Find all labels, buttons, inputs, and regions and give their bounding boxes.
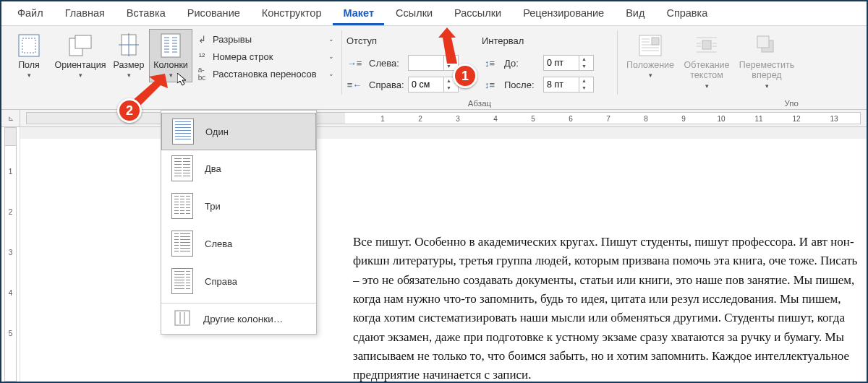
svg-marker-40 bbox=[438, 27, 457, 64]
chevron-down-icon: ▾ bbox=[649, 72, 652, 79]
svg-rect-28 bbox=[702, 40, 711, 49]
indent-left-label: Слева: bbox=[369, 58, 404, 69]
chevron-down-icon: ⌄ bbox=[328, 70, 334, 77]
hyphenation-icon: a-bc bbox=[195, 66, 208, 82]
spacing-header: Интервал bbox=[482, 35, 613, 48]
line-numbers-button[interactable]: ¹² Номера строк ⌄ bbox=[192, 48, 337, 65]
tab-file[interactable]: Файл bbox=[7, 2, 54, 25]
columns-option-one[interactable]: Один bbox=[161, 113, 316, 150]
svg-rect-37 bbox=[175, 311, 190, 325]
tab-view[interactable]: Вид bbox=[616, 2, 655, 25]
cursor-icon bbox=[177, 73, 189, 87]
columns-icon bbox=[161, 33, 181, 59]
spacing-before-icon: ↕≡ bbox=[482, 58, 498, 69]
svg-rect-36 bbox=[757, 36, 769, 48]
columns-one-icon bbox=[172, 119, 194, 145]
ruler-corner: ⊾ bbox=[1, 110, 20, 126]
chevron-down-icon: ⌄ bbox=[328, 35, 334, 43]
chevron-down-icon: ⌄ bbox=[328, 53, 334, 60]
bring-forward-icon bbox=[756, 33, 778, 59]
chevron-down-icon: ▾ bbox=[79, 72, 82, 79]
line-numbers-icon: ¹² bbox=[195, 51, 208, 62]
spacing-after-icon: ↕≡ bbox=[482, 79, 498, 90]
tab-layout[interactable]: Макет bbox=[333, 2, 384, 25]
group-label-paragraph: Абзац bbox=[342, 99, 617, 108]
columns-option-two[interactable]: Два bbox=[161, 150, 316, 187]
dropdown-separator bbox=[161, 303, 316, 304]
svg-rect-22 bbox=[652, 38, 659, 45]
tab-mailings[interactable]: Рассылки bbox=[444, 2, 511, 25]
svg-rect-3 bbox=[75, 35, 91, 48]
indent-right-input[interactable]: ▲▼ bbox=[408, 77, 459, 92]
spacing-after-input[interactable]: ▲▼ bbox=[543, 77, 594, 92]
columns-option-left[interactable]: Слева bbox=[161, 225, 316, 262]
indent-right-icon: ≡← bbox=[346, 79, 362, 90]
breaks-button[interactable]: ↲ Разрывы ⌄ bbox=[192, 30, 337, 48]
columns-left-icon bbox=[171, 231, 193, 257]
tab-review[interactable]: Рецензирование bbox=[513, 2, 614, 25]
position-button: Положение ▾ bbox=[622, 29, 678, 92]
spacing-before-input[interactable]: ▲▼ bbox=[543, 55, 594, 71]
chevron-down-icon: ▾ bbox=[27, 72, 31, 79]
margins-icon bbox=[18, 33, 40, 59]
group-label-truncated: Упо bbox=[785, 99, 799, 108]
callout-badge-2: 2 bbox=[117, 98, 142, 123]
spacing-after-label: После: bbox=[504, 79, 539, 90]
group-arrange: Положение ▾ Обтекание текстом ▾ Перемест… bbox=[618, 26, 803, 109]
document-text: Все пишут. Особенно в академических круг… bbox=[353, 233, 867, 382]
columns-right-icon bbox=[171, 268, 193, 294]
tab-home[interactable]: Главная bbox=[55, 2, 115, 25]
page: Все пишут. Особенно в академических круг… bbox=[20, 139, 867, 382]
group-paragraph: Отступ Интервал →≡ Слева: ▲▼ ↕≡ До: ▲▼ ≡… bbox=[342, 26, 617, 109]
tab-insert[interactable]: Вставка bbox=[116, 2, 176, 25]
columns-three-icon bbox=[171, 193, 193, 219]
spacing-before-label: До: bbox=[504, 58, 539, 69]
wrap-icon bbox=[695, 33, 718, 59]
hyphenation-button[interactable]: a-bc Расстановка переносов ⌄ bbox=[192, 65, 337, 82]
breaks-icon: ↲ bbox=[195, 34, 208, 45]
ribbon-tabs: Файл Главная Вставка Рисование Конструкт… bbox=[1, 1, 867, 26]
orientation-button[interactable]: Ориентация ▾ bbox=[52, 29, 109, 82]
tab-design[interactable]: Конструктор bbox=[252, 2, 332, 25]
position-icon bbox=[639, 33, 662, 59]
tab-help[interactable]: Справка bbox=[656, 2, 718, 25]
columns-more-button[interactable]: Другие колонки… bbox=[161, 306, 316, 331]
chevron-down-icon: ▾ bbox=[705, 82, 709, 90]
chevron-down-icon: ▾ bbox=[765, 82, 769, 90]
svg-marker-20 bbox=[177, 73, 186, 85]
orientation-icon bbox=[68, 33, 93, 59]
tab-draw[interactable]: Рисование bbox=[177, 2, 250, 25]
columns-more-icon bbox=[171, 310, 193, 328]
bring-forward-button: Переместить вперед ▾ bbox=[735, 29, 799, 92]
size-icon bbox=[119, 33, 139, 59]
indent-left-icon: →≡ bbox=[346, 58, 362, 69]
vertical-ruler[interactable]: 12345 bbox=[1, 127, 20, 382]
columns-option-three[interactable]: Три bbox=[161, 187, 316, 225]
wrap-text-button: Обтекание текстом ▾ bbox=[678, 29, 735, 92]
document-wrap: 12345 Все пишут. Особенно в академически… bbox=[1, 127, 867, 382]
columns-two-icon bbox=[171, 155, 193, 181]
callout-badge-1: 1 bbox=[453, 64, 477, 88]
indent-right-label: Справа: bbox=[369, 79, 404, 90]
margins-button[interactable]: Поля ▾ bbox=[6, 29, 52, 82]
tab-references[interactable]: Ссылки bbox=[386, 2, 443, 25]
document-area[interactable]: Все пишут. Особенно в академических круг… bbox=[20, 127, 867, 382]
svg-rect-7 bbox=[161, 34, 180, 57]
columns-dropdown: Один Два Три Слева Справа Другие колонки… bbox=[161, 110, 317, 335]
columns-option-right[interactable]: Справа bbox=[161, 262, 316, 300]
